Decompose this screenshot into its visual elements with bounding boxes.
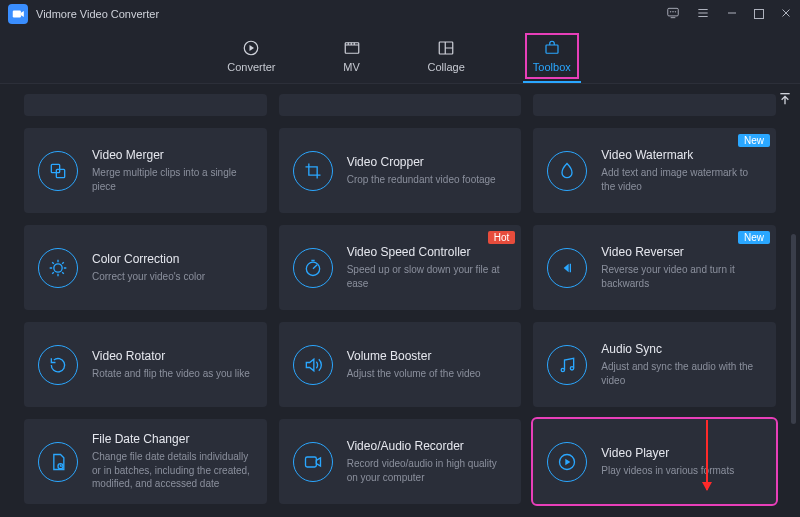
tool-volume-booster[interactable]: Volume Booster Adjust the volume of the …	[279, 322, 522, 407]
tool-desc: Play videos in various formats	[601, 464, 762, 478]
tool-title: Video Player	[601, 446, 762, 460]
svg-point-21	[571, 366, 574, 369]
tool-card-partial[interactable]	[279, 94, 522, 116]
tool-desc: Correct your video's color	[92, 270, 253, 284]
play-icon	[547, 442, 587, 482]
svg-point-4	[675, 12, 676, 13]
speed-icon	[293, 248, 333, 288]
tool-color-correction[interactable]: Color Correction Correct your video's co…	[24, 225, 267, 310]
tab-label: Collage	[428, 61, 465, 73]
tool-desc: Crop the redundant video footage	[347, 173, 508, 187]
svg-rect-14	[546, 45, 558, 53]
sync-icon	[547, 345, 587, 385]
tool-speed-controller[interactable]: Hot Video Speed Controller Speed up or s…	[279, 225, 522, 310]
tool-title: Video Speed Controller	[347, 245, 508, 259]
tool-file-date-changer[interactable]: File Date Changer Change file date detai…	[24, 419, 267, 504]
svg-point-18	[54, 263, 62, 271]
tool-title: Video Cropper	[347, 155, 508, 169]
tool-desc: Record video/audio in high quality on yo…	[347, 457, 508, 484]
tab-mv[interactable]: MV	[336, 35, 368, 77]
tool-title: Video Rotator	[92, 349, 253, 363]
svg-rect-0	[13, 11, 21, 18]
tool-audio-sync[interactable]: Audio Sync Adjust and sync the audio wit…	[533, 322, 776, 407]
tool-video-merger[interactable]: Video Merger Merge multiple clips into a…	[24, 128, 267, 213]
tool-desc: Reverse your video and turn it backwards	[601, 263, 762, 290]
tool-title: Video Watermark	[601, 148, 762, 162]
feedback-icon[interactable]	[666, 6, 680, 22]
tab-label: Converter	[227, 61, 275, 73]
svg-rect-17	[56, 169, 64, 177]
volume-icon	[293, 345, 333, 385]
tool-av-recorder[interactable]: Video/Audio Recorder Record video/audio …	[279, 419, 522, 504]
tool-video-watermark[interactable]: New Video Watermark Add text and image w…	[533, 128, 776, 213]
tool-card-partial[interactable]	[533, 94, 776, 116]
scrollbar[interactable]	[791, 234, 796, 424]
crop-icon	[293, 151, 333, 191]
svg-point-2	[670, 12, 671, 13]
tab-label: MV	[343, 61, 360, 73]
app-logo	[8, 4, 28, 24]
tool-desc: Rotate and flip the video as you like	[92, 367, 253, 381]
tool-title: Video Merger	[92, 148, 253, 162]
svg-rect-12	[345, 42, 359, 53]
tool-desc: Adjust the volume of the video	[347, 367, 508, 381]
watermark-icon	[547, 151, 587, 191]
menu-icon[interactable]	[696, 6, 710, 22]
tool-title: Video Reverser	[601, 245, 762, 259]
window-controls	[666, 6, 792, 22]
tool-desc: Merge multiple clips into a single piece	[92, 166, 253, 193]
tab-converter[interactable]: Converter	[221, 35, 281, 77]
tool-desc: Adjust and sync the audio with the video	[601, 360, 762, 387]
color-icon	[38, 248, 78, 288]
maximize-button[interactable]	[754, 8, 764, 21]
tool-video-reverser[interactable]: New Video Reverser Reverse your video an…	[533, 225, 776, 310]
recorder-icon	[293, 442, 333, 482]
annotation-arrow	[706, 420, 708, 490]
tab-label: Toolbox	[533, 61, 571, 73]
tool-desc: Add text and image watermark to the vide…	[601, 166, 762, 193]
rotate-icon	[38, 345, 78, 385]
tool-title: Volume Booster	[347, 349, 508, 363]
tool-title: Audio Sync	[601, 342, 762, 356]
tab-toolbox[interactable]: Toolbox	[525, 33, 579, 79]
tool-desc: Change file date details individually or…	[92, 450, 253, 491]
svg-point-20	[561, 368, 564, 371]
tool-video-cropper[interactable]: Video Cropper Crop the redundant video f…	[279, 128, 522, 213]
toolbox-content: Video Merger Merge multiple clips into a…	[0, 84, 800, 517]
close-button[interactable]	[780, 7, 792, 21]
tool-title: Video/Audio Recorder	[347, 439, 508, 453]
main-tabs: Converter MV Collage Toolbox	[0, 28, 800, 84]
hot-badge: Hot	[488, 231, 516, 244]
reverse-icon	[547, 248, 587, 288]
tool-title: File Date Changer	[92, 432, 253, 446]
tool-video-player[interactable]: Video Player Play videos in various form…	[533, 419, 776, 504]
tool-grid: Video Merger Merge multiple clips into a…	[24, 94, 776, 504]
tool-desc: Speed up or slow down your file at ease	[347, 263, 508, 290]
titlebar: Vidmore Video Converter	[0, 0, 800, 28]
file-date-icon	[38, 442, 78, 482]
new-badge: New	[738, 231, 770, 244]
tab-collage[interactable]: Collage	[422, 35, 471, 77]
new-badge: New	[738, 134, 770, 147]
tool-video-rotator[interactable]: Video Rotator Rotate and flip the video …	[24, 322, 267, 407]
tool-title: Color Correction	[92, 252, 253, 266]
merge-icon	[38, 151, 78, 191]
tool-card-partial[interactable]	[24, 94, 267, 116]
svg-rect-23	[305, 457, 316, 467]
app-title: Vidmore Video Converter	[36, 8, 159, 20]
svg-point-3	[673, 12, 674, 13]
svg-rect-16	[51, 164, 59, 172]
scroll-to-top-button[interactable]	[776, 90, 794, 108]
minimize-button[interactable]	[726, 7, 738, 21]
